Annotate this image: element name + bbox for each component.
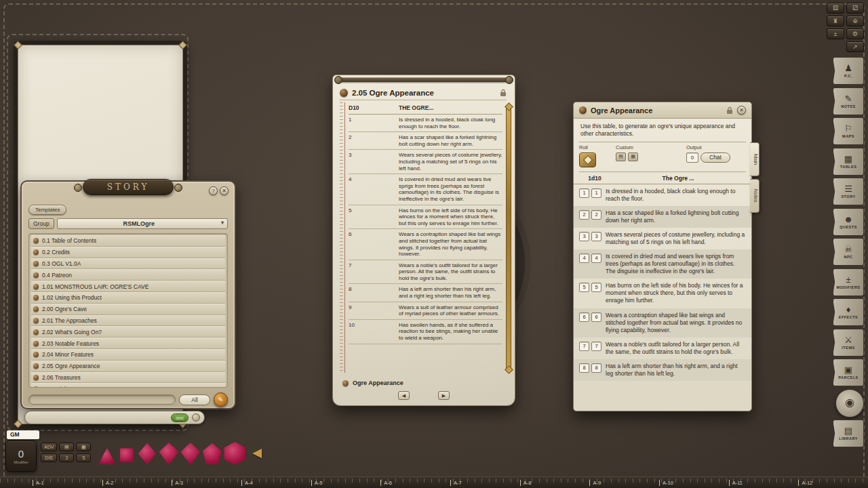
dice-select-icon[interactable]: ⚂: [846, 3, 864, 14]
story-list-item[interactable]: 0.2 Credits: [31, 247, 225, 258]
sidebar-item[interactable]: ▣ PARCELS: [833, 359, 864, 386]
story-list-item[interactable]: 2.04 Minor Features: [31, 349, 225, 361]
filter-all-button[interactable]: All: [179, 394, 210, 405]
close-button[interactable]: ✕: [220, 186, 229, 195]
sidebar-item[interactable]: ± MODIFIERS: [833, 268, 864, 296]
sidebar-item-label: ITEMS: [842, 346, 854, 350]
story-list-item[interactable]: 2.03 Notable Features: [31, 338, 225, 349]
story-list-item[interactable]: 2.02 What's Going On?: [31, 326, 225, 338]
output-chat-button[interactable]: Chat: [701, 152, 730, 163]
range-to-box[interactable]: 3: [591, 232, 601, 241]
die[interactable]: [202, 443, 222, 465]
rollable-row[interactable]: 8 8 Has a left arm shorter than his righ…: [574, 359, 751, 381]
range-from-box[interactable]: 7: [579, 342, 589, 351]
range-to-box[interactable]: 4: [591, 253, 601, 263]
sidebar-item[interactable]: ⚐ MAPS: [833, 117, 864, 145]
roll-mode-button[interactable]: ▤: [59, 443, 74, 451]
sidebar-item[interactable]: ☻ QUESTS: [833, 208, 864, 236]
edit-button[interactable]: ✎: [214, 392, 228, 407]
add-table-button[interactable]: ▦: [628, 152, 638, 161]
window-tab[interactable]: Notes: [750, 179, 760, 213]
story-list-item[interactable]: 0.3 OGL V1.0A: [31, 258, 225, 270]
rollable-row[interactable]: 4 4 Is covered in dried mud and wears li…: [574, 249, 751, 279]
close-button[interactable]: ✕: [737, 106, 746, 115]
roll-dice-button[interactable]: [579, 152, 596, 167]
die[interactable]: [118, 447, 135, 464]
next-page-button[interactable]: ▶: [438, 391, 450, 400]
die[interactable]: [180, 443, 200, 465]
story-list-item[interactable]: 0.1 Table of Contents: [31, 235, 225, 247]
dice-tower-icon[interactable]: ♜: [827, 16, 844, 26]
pointer-arrow-icon[interactable]: [252, 449, 262, 458]
modifier-box[interactable]: 0 Modifier: [5, 441, 37, 472]
range-from-box[interactable]: 5: [579, 283, 589, 292]
story-list-item[interactable]: 2.05 Ogre Appearance: [31, 361, 225, 372]
lock-icon[interactable]: [500, 89, 507, 97]
scrollbar[interactable]: [506, 106, 511, 370]
sidebar-item[interactable]: ⚔ ITEMS: [833, 329, 864, 357]
rollable-row[interactable]: 1 1 Is dressed in a hooded, black cloak …: [574, 184, 751, 206]
story-list-item[interactable]: 0.4 Patreon: [31, 269, 225, 281]
range-from-box[interactable]: 2: [579, 210, 589, 220]
die[interactable]: [137, 443, 157, 465]
die[interactable]: [224, 442, 245, 465]
sidebar-item-label: QUESTS: [840, 225, 857, 229]
table-window-titlebar[interactable]: Ogre Appearance ✕: [574, 102, 751, 119]
story-list-item[interactable]: 2.06 Treasures: [31, 372, 225, 384]
story-list-item[interactable]: 2.01 The Approaches: [31, 315, 225, 327]
sidebar-item[interactable]: ♟ P.C.: [833, 57, 864, 85]
window-tab[interactable]: Main: [750, 142, 760, 176]
templates-button[interactable]: Templates: [28, 205, 66, 215]
range-to-box[interactable]: 1: [591, 188, 601, 198]
range-to-box[interactable]: 6: [591, 312, 601, 322]
mod-2-button[interactable]: 2: [59, 453, 74, 462]
mod-5-button[interactable]: 5: [76, 453, 91, 462]
help-button[interactable]: ?: [209, 186, 218, 195]
sidebar-item[interactable]: ◉: [835, 389, 864, 418]
sidebar-item[interactable]: ♦ EFFECTS: [833, 298, 864, 326]
lock-icon[interactable]: [726, 106, 733, 115]
rollable-row[interactable]: 7 7 Wears a noble's outfit tailored for …: [574, 338, 751, 359]
plus-minus-icon[interactable]: ±: [827, 28, 844, 39]
chat-entry-bar[interactable]: ooc: [24, 411, 205, 424]
group-dropdown[interactable]: RSMLOgre ▾: [57, 218, 228, 229]
prev-page-button[interactable]: ◀: [398, 391, 410, 400]
sidebar-item[interactable]: ☰ STORY: [833, 178, 864, 205]
die[interactable]: [159, 443, 178, 465]
manual-roll-icon[interactable]: ⊕: [846, 16, 864, 26]
roll-hide-button[interactable]: ▦: [76, 443, 91, 451]
story-list-item[interactable]: 1.01 MONSTROUS LAIR: OGRE'S CAVE: [31, 281, 225, 292]
advantage-button[interactable]: ADV: [41, 443, 57, 451]
sidebar-item[interactable]: ▦ TABLES: [833, 148, 864, 176]
sidebar-item[interactable]: ☠ NPC: [833, 238, 864, 266]
chat-bar-knob[interactable]: [192, 413, 200, 422]
rollable-row[interactable]: 3 3 Wears several pieces of costume jewe…: [574, 228, 751, 249]
dice-roll-icon[interactable]: ⚄: [827, 3, 844, 14]
window-top-rod[interactable]: [337, 77, 511, 82]
die[interactable]: [98, 447, 116, 465]
range-from-box[interactable]: 6: [579, 312, 589, 322]
add-selection-button[interactable]: ▤: [616, 152, 626, 161]
range-from-box[interactable]: 4: [579, 253, 589, 263]
range-from-box[interactable]: 1: [579, 188, 589, 198]
story-list-item[interactable]: 1.02 Using this Product: [31, 292, 225, 304]
output-modifier-value[interactable]: 0: [686, 152, 698, 163]
ooc-button[interactable]: ooc: [171, 413, 189, 422]
range-to-box[interactable]: 8: [591, 363, 601, 373]
settings-gear-icon[interactable]: ⚙: [846, 28, 864, 39]
range-from-box[interactable]: 3: [579, 232, 589, 241]
sidebar-item[interactable]: ▤ LIBRARY: [833, 420, 864, 447]
story-list-item[interactable]: 2.07 Trinkets: [31, 383, 225, 388]
rollable-row[interactable]: 5 5 Has burns on the left side of his bo…: [574, 279, 751, 308]
range-to-box[interactable]: 2: [591, 210, 601, 220]
rollable-row[interactable]: 2 2 Has a scar shaped like a forked ligh…: [574, 206, 751, 228]
range-to-box[interactable]: 7: [591, 342, 601, 351]
range-from-box[interactable]: 8: [579, 363, 589, 373]
range-to-box[interactable]: 5: [591, 283, 601, 292]
pointer-arrow-icon[interactable]: ↗: [846, 41, 864, 52]
rollable-row[interactable]: 6 6 Wears a contraption shaped like bat …: [574, 308, 751, 338]
disadvantage-button[interactable]: DIS: [41, 453, 57, 462]
table-link[interactable]: Ogre Appearance: [342, 380, 403, 386]
story-list-item[interactable]: 2.00 Ogre's Cave: [31, 304, 225, 315]
sidebar-item[interactable]: ✎ NOTES: [833, 87, 864, 115]
